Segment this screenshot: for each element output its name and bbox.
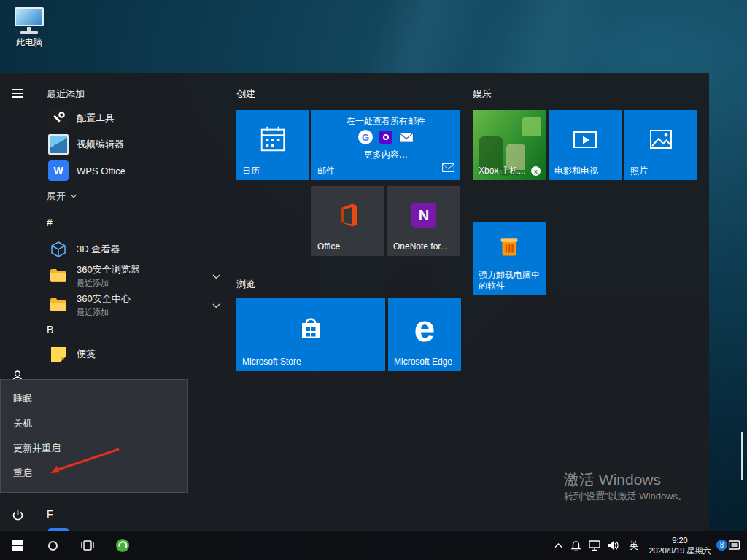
wrench-icon	[48, 108, 69, 128]
app-label: 视频编辑器	[77, 138, 124, 151]
mail-more-text: 更多内容…	[311, 149, 460, 161]
power-menu-shutdown[interactable]: 关机	[1, 411, 187, 436]
start-button[interactable]	[0, 531, 35, 560]
app-folder-360-center[interactable]: 360安全中心 最近添加	[35, 289, 223, 321]
app-label: WPS Office	[77, 166, 125, 176]
speaker-icon	[608, 540, 619, 551]
tray-volume[interactable]	[604, 531, 623, 560]
mail-provider-icon	[379, 131, 392, 144]
tile-label: Xbox 主机...	[479, 166, 526, 176]
start-menu-button[interactable]	[9, 85, 26, 102]
power-button[interactable]	[9, 506, 26, 524]
tile-label: 强力卸载电脑中的软件	[479, 270, 541, 292]
recent-added-header: 最近添加	[47, 88, 85, 101]
app-label: 配置工具	[77, 112, 115, 125]
tile-label: 邮件	[317, 166, 335, 176]
section-letter-label: #	[47, 217, 53, 228]
tile-label: Microsoft Store	[242, 357, 301, 368]
taskbar-app-360[interactable]	[105, 531, 140, 560]
chevron-down-icon[interactable]	[212, 269, 220, 282]
tile-photos[interactable]: 照片	[624, 110, 697, 180]
video-editor-icon	[48, 134, 69, 155]
tile-label: Office	[317, 241, 340, 252]
folder-label: 360安全中心	[77, 292, 131, 306]
cortana-icon	[48, 541, 58, 551]
app-item-config-tool[interactable]: 配置工具	[35, 105, 223, 131]
chevron-up-icon	[554, 543, 562, 548]
photos-icon	[646, 125, 676, 154]
chevron-down-icon[interactable]	[212, 298, 220, 311]
app-item-partial[interactable]	[35, 525, 223, 531]
edge-icon: e	[414, 309, 436, 347]
tile-mail[interactable]: 在一处查看所有邮件 G 更多内容… 邮件	[311, 110, 460, 180]
this-pc-label: 此电脑	[7, 36, 51, 49]
app-item-3d-viewer[interactable]: 3D 查看器	[35, 236, 223, 262]
trash-bin-icon	[495, 233, 523, 261]
action-center-icon	[728, 540, 740, 551]
bell-icon	[570, 540, 581, 551]
power-icon	[12, 509, 24, 521]
expand-label: 展开	[47, 190, 66, 203]
power-menu-sleep[interactable]: 睡眠	[1, 386, 187, 411]
tile-microsoft-store[interactable]: Microsoft Store	[236, 298, 385, 371]
office-icon	[336, 202, 360, 228]
tile-onenote[interactable]: N OneNote for...	[387, 186, 460, 256]
app-label: 便笺	[77, 348, 96, 361]
tile-group-header-browse: 浏览	[236, 278, 255, 291]
tile-calendar[interactable]: 日历	[236, 110, 309, 180]
tile-label: Microsoft Edge	[394, 357, 452, 368]
taskbar-clock[interactable]: 9:20 2020/9/19 星期六	[645, 531, 715, 560]
ime-label: 英	[630, 539, 639, 552]
store-icon	[296, 314, 325, 343]
folder-label: 360安全浏览器	[77, 263, 140, 276]
notification-badge: 8	[716, 540, 727, 551]
hamburger-icon	[12, 89, 23, 98]
tray-date: 2020/9/19 星期六	[645, 545, 715, 556]
folder-sublabel: 最近添加	[77, 307, 131, 318]
folder-sublabel: 最近添加	[77, 278, 140, 289]
tray-notification-bell[interactable]	[566, 531, 585, 560]
section-letter-label: B	[47, 324, 53, 335]
tile-uninstaller[interactable]: 强力卸载电脑中的软件	[473, 222, 546, 295]
app-folder-360-browser[interactable]: 360安全浏览器 最近添加	[35, 260, 223, 292]
cube-icon	[48, 239, 69, 260]
xbox-logo-icon: x	[531, 166, 541, 176]
onenote-icon: N	[411, 203, 436, 228]
cortana-search-button[interactable]	[35, 531, 70, 560]
envelope-icon	[442, 162, 454, 175]
tile-office[interactable]: Office	[311, 186, 384, 256]
task-view-icon	[81, 540, 94, 551]
tile-xbox[interactable]: Xbox 主机... x	[473, 110, 546, 180]
activate-windows-watermark: 激活 Windows	[564, 470, 661, 490]
app-item-sticky-notes[interactable]: 便笺	[35, 341, 223, 368]
expand-button[interactable]: 展开	[47, 190, 77, 203]
scrollbar-thumb[interactable]	[741, 432, 743, 480]
section-letter-label: F	[47, 508, 53, 520]
app-item-wps-office[interactable]: W WPS Office	[35, 158, 223, 184]
tile-microsoft-edge[interactable]: e Microsoft Edge	[388, 298, 461, 371]
folder-icon	[48, 295, 69, 315]
section-letter-f[interactable]: F	[47, 508, 53, 520]
tile-label: 电影和电视	[554, 166, 598, 176]
app-item-video-editor[interactable]: 视频编辑器	[35, 131, 223, 158]
tray-network[interactable]	[585, 531, 604, 560]
action-center-button[interactable]: 8	[715, 531, 746, 560]
tile-label: 日历	[242, 166, 260, 176]
desktop-icon-this-pc[interactable]: 此电脑	[7, 6, 51, 49]
annotation-arrow	[29, 434, 131, 485]
xbox-art	[522, 117, 541, 136]
tile-group-header-entertainment: 娱乐	[473, 88, 492, 101]
tray-show-hidden-icons[interactable]	[550, 531, 566, 560]
section-letter-hash[interactable]: #	[47, 217, 53, 228]
tray-ime-indicator[interactable]: 英	[623, 531, 645, 560]
mail-promo-text: 在一处查看所有邮件	[311, 115, 460, 128]
calendar-icon	[258, 124, 288, 155]
tile-movies-tv[interactable]: 电影和电视	[549, 110, 622, 180]
chevron-down-icon	[70, 194, 77, 198]
app-label: 3D 查看器	[77, 243, 120, 256]
activate-windows-subtext: 转到“设置”以激活 Windows。	[564, 490, 687, 503]
section-letter-b[interactable]: B	[47, 324, 53, 335]
movies-tv-icon	[570, 125, 600, 154]
taskbar: 英 9:20 2020/9/19 星期六 8	[0, 531, 747, 560]
task-view-button[interactable]	[70, 531, 105, 560]
